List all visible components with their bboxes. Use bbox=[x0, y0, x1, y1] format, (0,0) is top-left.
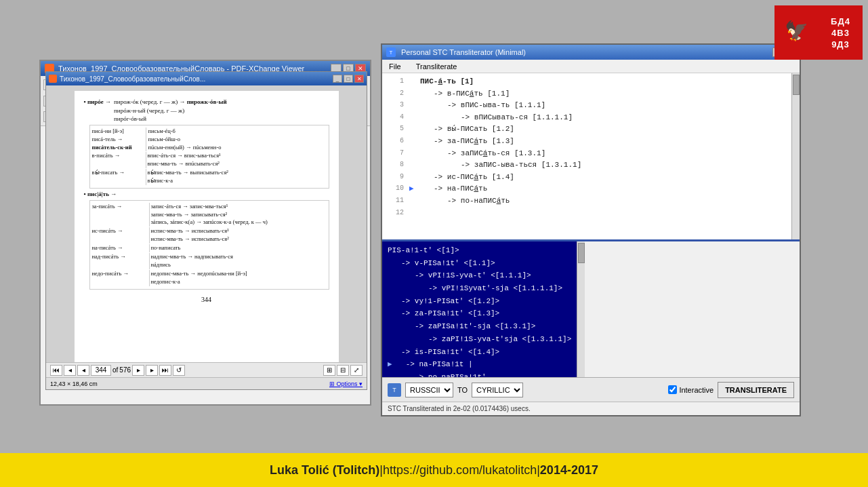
upper-scrollbar-thumb[interactable] bbox=[793, 75, 800, 95]
rotate-btn[interactable]: ⤢ bbox=[350, 365, 363, 376]
dict-vpisat-val: впис-áть-ся → впис-ыва-ться¹ впис-мва-ть… bbox=[148, 152, 221, 168]
logo-area: 🦅 БД4 4В3 9Д3 bbox=[774, 5, 863, 60]
trans-status-bar: STC Transliterated in 2e-02 (0.0174436) … bbox=[382, 402, 800, 415]
pdf-nav-bar: ⏮ ◂ ◂ of 576 ▸ ▸ ⏭ ↺ ⊞ ⊟ ⤢ bbox=[46, 362, 367, 377]
line-8: 8 -> заПИС-ыва-ться [1.3.1.1] bbox=[385, 159, 789, 172]
dict-nedopisat-key: недо-писáть → bbox=[92, 270, 150, 286]
dict-ispisat-row: ис-писáть → испис-мва-ть → исписывать-ся… bbox=[92, 227, 327, 244]
line-10: 10 ▶ -> на-ПИСáть bbox=[385, 183, 789, 195]
lower-scrollbar[interactable] bbox=[577, 241, 585, 377]
console-line-10: ▶ -> na-PISa!1t | bbox=[388, 358, 571, 371]
trans-upper-container: 1 ПИС-á-ть [1] 2 -> в-ПИСáть [1.1] 3 -> … bbox=[382, 73, 800, 239]
dict-bullet-2: • пис|á|ть → bbox=[84, 190, 117, 199]
dict-napisat-1: по-написать bbox=[151, 244, 181, 252]
inner-restore[interactable]: □ bbox=[344, 75, 353, 83]
pdf-dimensions: 12,43 × 18,46 cm bbox=[50, 381, 98, 387]
dict-nadpisat-row: над-писáть → надпис-мва-ть → надписывать… bbox=[92, 253, 327, 269]
logo-line1: БД4 bbox=[831, 16, 850, 26]
page-total: 576 bbox=[119, 366, 131, 374]
dict-vypisat-row: вы́-писать → вы́пис-мва-ть → выписывать-… bbox=[92, 169, 327, 185]
pdf-inner-window: Тихонов_1997_СловообразовательныйСлов...… bbox=[45, 71, 367, 390]
trans-lower-console[interactable]: PIS-a!1-t' <[1]> -> v-PISa!1t' <[1.1]> -… bbox=[382, 241, 577, 377]
dict-pisa-key: писá-ни [й-э]писá-тель → писáтель-ск-ий bbox=[92, 128, 146, 152]
dict-pisa-deriv: писáтель-ск-ий bbox=[92, 144, 132, 151]
transliterate-button[interactable]: TRANSLITERATE bbox=[718, 382, 794, 398]
dict-zapisat-1: запис-áть-ся → запис-мва-ться¹ bbox=[151, 203, 268, 211]
interactive-checkbox[interactable] bbox=[668, 385, 677, 394]
pdf-page: • пирóе → пирож-óк (черед. г — ж) → пиро… bbox=[75, 91, 339, 362]
trans-status-text: STC Transliterated in 2e-02 (0.0174436) … bbox=[388, 405, 531, 412]
line-6: 6 -> за-ПИСáть [1.3] bbox=[385, 136, 789, 148]
interactive-label: Interactive bbox=[679, 386, 714, 394]
inner-win-title: Тихонов_1997_СловообразовательныйСлов... bbox=[60, 75, 330, 83]
dict-pisa-row: писá-ни [й-э]писá-тель → писáтель-ск-ий … bbox=[92, 128, 327, 152]
trans-upper-text[interactable]: 1 ПИС-á-ть [1] 2 -> в-ПИСáть [1.1] 3 -> … bbox=[382, 73, 791, 239]
dict-vpisat-1: впис-áть-ся → впис-ыва-ться¹ bbox=[148, 152, 221, 160]
dict-pirog-deriv: пирожк-óв-ый bbox=[187, 98, 227, 105]
line-4: 4 -> вПИСывать-ся [1.1.1.1] bbox=[385, 112, 789, 124]
console-line-9: -> is-PISa!1t' <[1.4]> bbox=[388, 346, 571, 359]
fit-page-btn[interactable]: ⊞ bbox=[323, 365, 335, 376]
line-3: 3 -> вПИС-ыва-ть [1.1.1] bbox=[385, 100, 789, 112]
dict-nadpisat-key: над-писáть → bbox=[92, 253, 150, 269]
dict-table-2: за-писáть → запис-áть-ся → запис-мва-тьс… bbox=[89, 200, 329, 290]
line-5: 5 -> вы́-ПИСать [1.2] bbox=[385, 123, 789, 136]
console-line-6: -> za-PISa!1t' <[1.3]> bbox=[388, 307, 571, 320]
dict-vypisat-val: вы́пис-мва-ть → выписывать-ся² вы́пис-к-… bbox=[148, 169, 228, 185]
dict-napisat-key: на-писáть → bbox=[92, 244, 150, 252]
dict-pism-3: пúсьм-енн(ый) → пúсьменн-о bbox=[148, 144, 222, 152]
dict-pirog-1: пирож-óк (черед. г — ж) → пирожк-óв-ый bbox=[114, 98, 227, 106]
dict-vpisat-row: в-писáть → впис-áть-ся → впис-ыва-ться¹ … bbox=[92, 152, 327, 168]
dict-nadpisat-1: надпис-мва-ть → надписывать-ся bbox=[151, 253, 233, 261]
upper-scrollbar[interactable] bbox=[791, 73, 800, 239]
lower-scrollbar-thumb[interactable] bbox=[578, 243, 585, 263]
trans-titlebar: T Personal STC Transliterator (Minimal) … bbox=[382, 45, 800, 60]
prev-page-btn-2[interactable]: ◂ bbox=[77, 365, 89, 376]
pdf-content-area: • пирóе → пирож-óк (черед. г — ж) → пиро… bbox=[46, 85, 367, 362]
next-page-btn-2[interactable]: ▸ bbox=[146, 365, 158, 376]
interactive-checkbox-area: Interactive bbox=[668, 385, 714, 394]
trans-app-icon: T bbox=[386, 47, 396, 57]
dict-ispisat-1: испис-мва-ть → исписывать-ся¹ bbox=[151, 227, 229, 235]
refresh-btn[interactable]: ↺ bbox=[173, 365, 185, 376]
console-line-1: PIS-a!1-t' <[1]> bbox=[388, 244, 571, 257]
transliterator-window: T Personal STC Transliterator (Minimal) … bbox=[381, 43, 801, 416]
console-line-2: -> v-PISa!1t' <[1.1]> bbox=[388, 257, 571, 270]
inner-close[interactable]: ✕ bbox=[354, 75, 364, 83]
trans-menu-file[interactable]: File bbox=[385, 61, 405, 72]
dict-zapisat-2: запис-мва-ть → записывать-ся² bbox=[151, 211, 268, 219]
dict-nedopisat-2: недопис-к-а bbox=[151, 278, 247, 286]
console-line-11: -> po-naPISa!1t' bbox=[388, 371, 571, 377]
dict-pism-2: письм-óйш-о bbox=[148, 136, 222, 144]
dict-nedopisat-val: недопис-мва-ть → недопúсыва-ни [й-э] нед… bbox=[151, 270, 247, 286]
console-line-5: -> vy!1-PISat' <[1.2]> bbox=[388, 295, 571, 308]
dict-pism-val: письм-éц-б письм-óйш-о пúсьм-енн(ый) → п… bbox=[148, 128, 222, 152]
logo-line2: 4В3 bbox=[831, 28, 850, 38]
logo-line3: 9Д3 bbox=[831, 39, 850, 50]
line-12: 12 bbox=[385, 208, 789, 218]
dict-nadpisat-2: нáдпись bbox=[151, 261, 233, 269]
page-number-input[interactable] bbox=[91, 365, 111, 376]
footer-author: Luka Tolić (Tolitch) bbox=[270, 463, 379, 478]
console-arrow-icon: ▶ bbox=[388, 358, 392, 371]
prev-page-btn[interactable]: ◂ bbox=[64, 365, 76, 376]
console-line-8: -> zaPI!1S-yva-t'sja <[1.3.1.1]> bbox=[388, 333, 571, 346]
trans-menu-transliterate[interactable]: Transliterate bbox=[412, 61, 461, 72]
dict-napisat-row: на-писáть → по-написать bbox=[92, 244, 327, 252]
dict-pirog-2: пирóж-н-ый (черед. г — ж) bbox=[114, 106, 227, 115]
from-lang-select[interactable]: RUSSCII bbox=[405, 383, 453, 397]
first-page-btn[interactable]: ⏮ bbox=[50, 365, 62, 376]
next-page-btn[interactable]: ▸ bbox=[132, 365, 144, 376]
last-page-btn[interactable]: ⏭ bbox=[159, 365, 171, 376]
dict-ispisat-key: ис-писáть → bbox=[92, 227, 150, 244]
to-lang-select[interactable]: CYRILLIC bbox=[472, 383, 523, 397]
options-link[interactable]: ⊞ Options ▾ bbox=[329, 381, 363, 387]
dict-napisat-val: по-написать bbox=[151, 244, 181, 252]
fit-width-btn[interactable]: ⊟ bbox=[337, 365, 349, 376]
dict-nadpisat-val: надпис-мва-ть → надписывать-ся нáдпись bbox=[151, 253, 233, 269]
inner-minimize[interactable]: _ bbox=[333, 75, 342, 83]
dict-vpisat-key: в-писáть → bbox=[92, 152, 146, 168]
footer-bar: Luka Tolić (Tolitch) | https://github.co… bbox=[0, 453, 868, 487]
page-number: 344 bbox=[84, 295, 329, 305]
trans-menu-bar: File Transliterate bbox=[382, 60, 800, 73]
